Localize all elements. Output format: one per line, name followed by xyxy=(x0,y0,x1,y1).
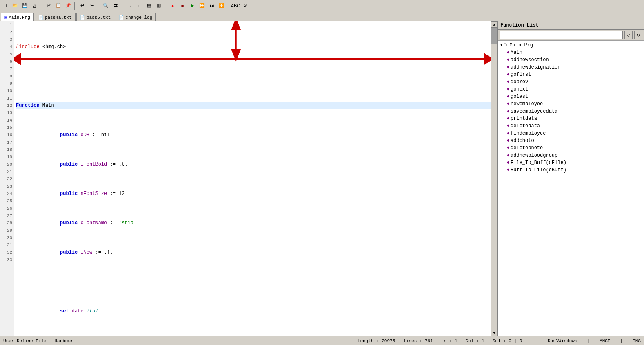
code-editor[interactable]: #include <hmg.ch> Function Main public o… xyxy=(14,21,491,336)
tab-main-prg[interactable]: ▣ Main.Prg xyxy=(1,13,34,21)
block-button[interactable]: ▤ xyxy=(144,1,153,10)
status-sep-3: | xyxy=(587,338,590,343)
func-icon-gonext: ◆ xyxy=(507,86,509,93)
tree-func-deletedata[interactable]: ◆ deletedata xyxy=(499,122,643,130)
stepout-button[interactable]: ⏬ xyxy=(217,1,226,10)
main-layout: 1 2 3 4 5 6 7 8 9 10 11 12 13 14 15 16 1… xyxy=(0,21,644,336)
tree-func-addphoto[interactable]: ◆ addphoto xyxy=(499,137,643,144)
search-prev-button[interactable]: ◁ xyxy=(624,31,633,39)
find-button[interactable]: 🔍 xyxy=(101,1,110,10)
tree-func-goprev[interactable]: ◆ goprev xyxy=(499,78,643,86)
tree-func-deletephoto[interactable]: ◆ deletephoto xyxy=(499,144,643,152)
line-num-5: 5 xyxy=(0,51,14,58)
scroll-track[interactable] xyxy=(491,28,497,330)
scroll-thumb[interactable] xyxy=(491,28,497,44)
tree-func-file-to-buff[interactable]: ◆ File_To_Buff(cFile) xyxy=(499,159,643,166)
line-num-32: 32 xyxy=(0,249,14,256)
sep1 xyxy=(41,2,42,10)
redo-button[interactable]: ↪ xyxy=(87,1,96,10)
config-button[interactable]: ⚙ xyxy=(241,1,250,10)
func-label-file-to-buff: File_To_Buff(cFile) xyxy=(511,159,566,166)
tree-func-addnewbloodgroup[interactable]: ◆ addnewbloodgroup xyxy=(499,152,643,159)
scroll-up-button[interactable]: ▲ xyxy=(491,21,497,28)
func-icon-saveemployeedata: ◆ xyxy=(507,108,509,115)
function-list-panel: Function List ◁ ↻ ▼ 🗋 Main.Prg ◆ Main ◆ … xyxy=(497,21,644,336)
tree-func-saveemployeedata[interactable]: ◆ saveemployeedata xyxy=(499,108,643,115)
line-num-16: 16 xyxy=(0,131,14,139)
scroll-down-button[interactable]: ▼ xyxy=(491,330,497,336)
search-refresh-button[interactable]: ↻ xyxy=(634,31,642,39)
function-tree: ▼ 🗋 Main.Prg ◆ Main ◆ addnewsection ◆ ad… xyxy=(498,41,644,336)
unblock-button[interactable]: ▥ xyxy=(154,1,163,10)
tree-root-item[interactable]: ▼ 🗋 Main.Prg xyxy=(499,42,643,49)
tree-func-newemployee[interactable]: ◆ newemployee xyxy=(499,100,643,108)
step-button[interactable]: ⏩ xyxy=(198,1,207,10)
line-num-9: 9 xyxy=(0,80,14,87)
func-label-findemployee: findemployee xyxy=(511,130,546,137)
code-line-2 xyxy=(16,73,491,80)
tree-func-printdata[interactable]: ◆ printdata xyxy=(499,115,643,122)
status-sep-2: | xyxy=(533,338,536,343)
code-line-4: public oDB := nil xyxy=(16,131,491,139)
func-label-newemployee: newemployee xyxy=(511,100,543,108)
tab-pass4a-label: pass4a.txt xyxy=(45,15,72,20)
outdent-button[interactable]: ← xyxy=(135,1,144,10)
code-content[interactable]: #include <hmg.ch> Function Main public o… xyxy=(14,21,491,336)
tab-pass5[interactable]: 📄 pass5.txt xyxy=(76,13,114,21)
indent-button[interactable]: → xyxy=(125,1,134,10)
status-sep-4: | xyxy=(620,338,623,343)
tree-root-label: Main.Prg xyxy=(509,42,533,49)
func-label-addphoto: addphoto xyxy=(511,137,534,144)
line-num-11: 11 xyxy=(0,95,14,102)
func-label-deletedata: deletedata xyxy=(511,122,540,130)
func-label-deletephoto: deletephoto xyxy=(511,144,543,152)
run-button[interactable]: ● xyxy=(168,1,177,10)
open-button[interactable]: 📂 xyxy=(11,1,20,10)
code-line-7: public cFontName := 'Arial' xyxy=(16,219,491,227)
copy-button[interactable]: 📋 xyxy=(54,1,63,10)
tree-func-Main[interactable]: ◆ Main xyxy=(499,49,643,56)
line-num-33: 33 xyxy=(0,256,14,263)
func-icon-newemployee: ◆ xyxy=(507,100,509,108)
tree-func-addnewsection[interactable]: ◆ addnewsection xyxy=(499,56,643,64)
tree-func-addnewdesignation[interactable]: ◆ addnewdesignation xyxy=(499,64,643,71)
undo-button[interactable]: ↩ xyxy=(78,1,87,10)
tree-func-buff-to-file[interactable]: ◆ Buff_To_File(cBuff) xyxy=(499,166,643,174)
code-line-3: Function Main xyxy=(16,102,491,109)
line-num-2: 2 xyxy=(0,29,14,36)
tab-changelog[interactable]: 📄 change log xyxy=(115,13,156,21)
vertical-scrollbar[interactable]: ▲ ▼ xyxy=(491,21,497,336)
stepover-button[interactable]: ⏭ xyxy=(207,1,216,10)
code-text-1: #include xyxy=(16,43,42,51)
tree-func-findemployee[interactable]: ◆ findemployee xyxy=(499,130,643,137)
func-icon-buff-to-file: ◆ xyxy=(507,166,509,174)
new-button[interactable]: 🗋 xyxy=(1,1,10,10)
func-label-buff-to-file: Buff_To_File(cBuff) xyxy=(511,166,566,174)
paste-button[interactable]: 📌 xyxy=(64,1,73,10)
cut-button[interactable]: ✂ xyxy=(44,1,53,10)
function-search-input[interactable] xyxy=(500,31,623,39)
line-num-13: 13 xyxy=(0,109,14,117)
func-icon-golast: ◆ xyxy=(507,93,509,100)
func-icon-printdata: ◆ xyxy=(507,115,509,122)
status-file-info: User Define File - Harbour xyxy=(3,338,73,343)
replace-button[interactable]: ⇄ xyxy=(111,1,120,10)
print-button[interactable]: 🖨 xyxy=(30,1,39,10)
tree-func-gonext[interactable]: ◆ gonext xyxy=(499,86,643,93)
save-button[interactable]: 💾 xyxy=(20,1,29,10)
line-num-31: 31 xyxy=(0,241,14,249)
spell-button[interactable]: ABC xyxy=(231,1,240,10)
line-num-15: 15 xyxy=(0,124,14,131)
tree-func-gofirst[interactable]: ◆ gofirst xyxy=(499,71,643,78)
status-mode1: Dos\Windows xyxy=(548,338,577,343)
line-num-30: 30 xyxy=(0,234,14,241)
tab-pass4a[interactable]: 📄 pass4a.txt xyxy=(35,13,76,21)
line-num-22: 22 xyxy=(0,175,14,183)
tree-func-golast[interactable]: ◆ golast xyxy=(499,93,643,100)
debug-button[interactable]: ▶ xyxy=(188,1,197,10)
stop-button[interactable]: ■ xyxy=(178,1,187,10)
sep6 xyxy=(228,2,229,10)
tab-pass4a-icon: 📄 xyxy=(38,15,43,20)
line-num-25: 25 xyxy=(0,197,14,205)
func-icon-Main: ◆ xyxy=(507,49,509,56)
